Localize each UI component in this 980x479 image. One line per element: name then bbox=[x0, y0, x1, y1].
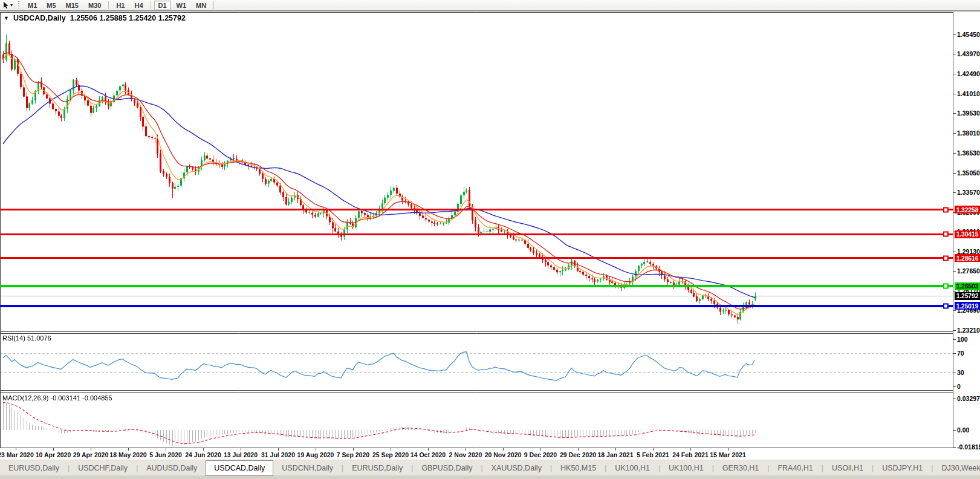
date-label: 23 Mar 2020 bbox=[0, 451, 34, 458]
chart-tab-hk50-m15-8[interactable]: HK50,M15 bbox=[552, 460, 605, 476]
resistance-line-1.32258[interactable] bbox=[0, 209, 953, 210]
price-tick-label-dash bbox=[953, 113, 956, 114]
line-anchor-marker[interactable] bbox=[943, 207, 949, 212]
chart-tab-eurusd-daily-0[interactable]: EURUSD,Daily bbox=[0, 460, 68, 476]
date-label: 5 Jun 2020 bbox=[149, 451, 182, 458]
price-tick-label: 1.39530 bbox=[957, 109, 980, 117]
price-tick-label: 1.36530 bbox=[957, 149, 980, 157]
date-tick-mark bbox=[53, 448, 54, 451]
macd-tick-label: 0.032972 bbox=[957, 395, 980, 402]
resistance-line-1.30415[interactable] bbox=[0, 233, 953, 235]
support-price-label: 1.25019 bbox=[955, 302, 980, 310]
rsi-tick-label: 70 bbox=[957, 350, 964, 357]
rsi-tick-label-dash bbox=[953, 373, 956, 373]
timeframe-button-w1[interactable]: W1 bbox=[172, 1, 191, 10]
chart-window: ▼ USDCAD,Daily 1.25506 1.25885 1.25420 1… bbox=[0, 11, 980, 448]
resistance-line-1.28616[interactable] bbox=[0, 257, 953, 259]
cursor-tool-button[interactable]: ▾ bbox=[0, 1, 15, 9]
date-tick-mark bbox=[540, 448, 541, 451]
date-label: 9 Dec 2020 bbox=[524, 451, 557, 458]
date-label: 24 Jun 2020 bbox=[185, 451, 221, 458]
chart-tab-gbpusd-daily-6[interactable]: GBPUSD,Daily bbox=[413, 460, 481, 476]
price-tick-label: 1.33570 bbox=[957, 189, 980, 196]
rsi-tick-label: 0 bbox=[957, 383, 961, 390]
chart-tab-ger30-h1-11[interactable]: GER30,H1 bbox=[714, 460, 767, 476]
date-tick-mark bbox=[203, 448, 204, 451]
date-label: 24 Feb 2021 bbox=[672, 451, 709, 458]
chevron-down-icon: ▾ bbox=[10, 2, 13, 8]
timeframe-button-h1[interactable]: H1 bbox=[112, 1, 129, 10]
support-line-1.25019[interactable] bbox=[0, 305, 953, 307]
timeframe-button-m5[interactable]: M5 bbox=[42, 1, 60, 10]
date-tick-mark bbox=[166, 448, 166, 451]
macd-tick-label-dash bbox=[953, 447, 956, 448]
date-label: 29 Dec 2020 bbox=[560, 451, 596, 458]
date-label: 18 May 2020 bbox=[109, 451, 146, 458]
date-label: 25 Sep 2020 bbox=[372, 451, 409, 458]
chart-tab-bar: EURUSD,Daily|USDCHF,Daily|AUDUSD,DailyUS… bbox=[0, 460, 980, 476]
price-tick-label: 1.41010 bbox=[957, 90, 980, 97]
date-label: 10 Apr 2020 bbox=[36, 451, 71, 458]
toolbar-separator bbox=[108, 1, 109, 9]
support-line-1.26503[interactable] bbox=[0, 285, 953, 287]
chart-tab-dj30-weekly-15[interactable]: DJ30,Weekly bbox=[933, 460, 980, 476]
price-tick-label-dash bbox=[953, 192, 956, 193]
toolbar-separator bbox=[213, 1, 214, 9]
price-tick-label-dash bbox=[953, 34, 956, 35]
date-tick-mark bbox=[391, 448, 391, 451]
date-label: 31 Jul 2020 bbox=[261, 451, 295, 458]
chart-tab-usdchf-daily-1[interactable]: USDCHF,Daily bbox=[70, 460, 136, 476]
timeframe-button-h4[interactable]: H4 bbox=[130, 1, 147, 10]
timeframe-button-m30[interactable]: M30 bbox=[84, 1, 105, 10]
price-chart-canvas[interactable] bbox=[0, 11, 953, 448]
chart-tab-xauusd-daily-7[interactable]: XAUUSD,Daily bbox=[483, 460, 550, 476]
date-tick-mark bbox=[728, 448, 729, 451]
status-strip bbox=[0, 475, 980, 479]
price-tick-label: 1.45450 bbox=[957, 31, 980, 38]
macd-tick-label: 0.00 bbox=[957, 426, 969, 434]
date-tick-mark bbox=[466, 448, 466, 451]
date-tick-mark bbox=[278, 448, 279, 451]
line-anchor-marker[interactable] bbox=[943, 232, 949, 237]
chart-ohlc-quotes: 1.25506 1.25885 1.25420 1.25792 bbox=[70, 14, 186, 22]
date-tick-mark bbox=[353, 448, 354, 451]
price-tick-label: 1.27650 bbox=[957, 267, 980, 275]
timeframe-button-d1[interactable]: D1 bbox=[154, 1, 171, 10]
resistance-price-label: 1.32258 bbox=[955, 206, 980, 213]
macd-tick-label-dash bbox=[953, 430, 956, 431]
date-label: 2 Nov 2020 bbox=[449, 451, 482, 458]
macd-tick-label: -0.018154 bbox=[957, 443, 980, 451]
chart-tab-usoil-h1-13[interactable]: USOil,H1 bbox=[823, 460, 872, 476]
line-anchor-marker[interactable] bbox=[943, 255, 949, 261]
price-tick-label-dash bbox=[953, 173, 956, 174]
date-tick-mark bbox=[615, 448, 616, 451]
chart-tab-uk100-h1-10[interactable]: UK100,H1 bbox=[660, 460, 712, 476]
cursor-arrow-icon bbox=[2, 1, 9, 9]
chart-title: ▼ USDCAD,Daily 1.25506 1.25885 1.25420 1… bbox=[4, 14, 186, 22]
line-anchor-marker[interactable] bbox=[943, 284, 949, 289]
chart-tab-uk100-h1-9[interactable]: UK100,H1 bbox=[606, 460, 658, 476]
chart-tab-audusd-daily-2[interactable]: AUDUSD,Daily bbox=[138, 460, 206, 476]
price-tick-label: 1.42490 bbox=[957, 70, 980, 77]
timeframe-button-m15[interactable]: M15 bbox=[62, 1, 83, 10]
chart-tab-eurusd-daily-5[interactable]: EURUSD,Daily bbox=[343, 460, 411, 476]
rsi-tick-label: 100 bbox=[957, 336, 968, 343]
chart-tab-usdcad-daily-3[interactable]: USDCAD,Daily bbox=[206, 460, 273, 476]
date-tick-mark bbox=[241, 448, 241, 451]
toolbar-grip-handle[interactable] bbox=[18, 1, 21, 9]
rsi-tick-label-dash bbox=[953, 386, 956, 387]
collapse-triangle-icon[interactable]: ▼ bbox=[4, 15, 9, 21]
timeframe-button-mn[interactable]: MN bbox=[192, 1, 210, 10]
timeframe-toolbar: ▾ M1M5M15M30H1H4D1W1MN bbox=[0, 0, 980, 11]
chart-tab-usdjpy-h1-14[interactable]: USDJPY,H1 bbox=[874, 460, 931, 476]
price-tick-label-dash bbox=[953, 310, 956, 311]
date-axis[interactable]: 23 Mar 202010 Apr 202029 Apr 202018 May … bbox=[0, 448, 980, 460]
chart-tab-usdcnh-daily-4[interactable]: USDCNH,Daily bbox=[273, 460, 342, 476]
price-tick-label-dash bbox=[953, 271, 956, 272]
date-label: 29 Apr 2020 bbox=[73, 451, 109, 458]
line-anchor-marker[interactable] bbox=[943, 303, 949, 308]
timeframe-button-m1[interactable]: M1 bbox=[24, 1, 41, 10]
chart-tab-fra40-h1-12[interactable]: FRA40,H1 bbox=[769, 460, 821, 476]
date-label: 5 Feb 2021 bbox=[637, 451, 669, 458]
price-tick-label-dash bbox=[953, 153, 956, 154]
